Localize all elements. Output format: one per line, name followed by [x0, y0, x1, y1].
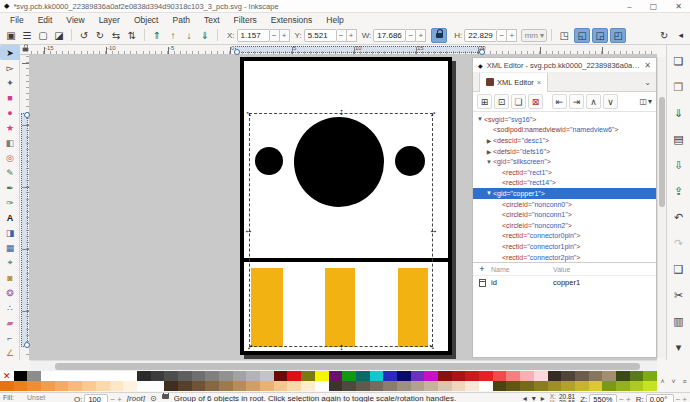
palette-swatch[interactable]	[82, 381, 96, 391]
x-decrement[interactable]: −	[270, 29, 280, 42]
redo-button[interactable]: ↷	[669, 230, 689, 256]
flip-vertical-button[interactable]: ⇅	[124, 28, 140, 43]
palette-swatch[interactable]	[164, 371, 178, 381]
palette-swatch[interactable]	[41, 371, 55, 381]
lock-ratio-button[interactable]	[431, 28, 447, 43]
xml-tree-node-rect14[interactable]: <rect id="rect14">	[473, 178, 656, 189]
xml-tree-node-copper1[interactable]: ▼<g id="copper1">	[473, 188, 656, 199]
new-document-button[interactable]: ❏	[669, 48, 689, 74]
print-button[interactable]: ▤	[669, 126, 689, 152]
palette-swatch[interactable]	[123, 381, 137, 391]
palette-swatch[interactable]	[602, 381, 616, 391]
opacity-increment[interactable]: +	[117, 395, 122, 402]
close-button[interactable]: ✕	[675, 2, 682, 11]
export-button[interactable]: ⇪	[669, 178, 689, 204]
xml-tree-node-connector0pin[interactable]: <rect id="connector0pin">	[473, 231, 656, 242]
refresh-icon[interactable]: ↻	[660, 30, 668, 41]
undo-button[interactable]: ↶	[669, 204, 689, 230]
xml-tree-node-connector1pin[interactable]: <rect id="connector1pin">	[473, 241, 656, 252]
duplicate-node-button[interactable]: ❏	[511, 94, 526, 109]
palette-swatch[interactable]	[205, 381, 219, 391]
palette-swatch[interactable]	[274, 381, 288, 391]
palette-swatch[interactable]	[383, 371, 397, 381]
palette-swatch[interactable]	[575, 381, 589, 391]
menu-item-extensions[interactable]: Extensions	[264, 15, 320, 25]
expander-closed-icon[interactable]: ▶	[485, 148, 493, 155]
star-tool[interactable]: ★	[0, 120, 20, 135]
select-all-button[interactable]: ▣	[3, 28, 19, 43]
rotate-cw-button[interactable]: ↻	[92, 28, 108, 43]
xml-tree-node-nonconn0[interactable]: <circle id="nonconn0">	[473, 199, 656, 210]
attribute-row[interactable]: id copper1	[473, 276, 656, 289]
menu-item-path[interactable]: Path	[165, 15, 197, 25]
palette-swatch[interactable]	[630, 381, 644, 391]
palette-swatch[interactable]	[123, 371, 137, 381]
delete-attribute-icon[interactable]	[479, 279, 486, 287]
expander-open-icon[interactable]: ▼	[485, 190, 493, 196]
w-increment[interactable]: +	[416, 29, 426, 42]
canvas-vertical-scrollbar[interactable]	[657, 57, 666, 358]
xml-tree-node-rect1[interactable]: <rect id="rect1">	[473, 167, 656, 178]
palette-swatch[interactable]	[479, 371, 493, 381]
raise-to-top-button[interactable]: ⇑	[149, 28, 165, 43]
palette-swatch[interactable]	[287, 381, 301, 391]
move-node-up-button[interactable]: ∧	[586, 94, 601, 109]
xml-tree-node-nonconn1[interactable]: <circle id="nonconn1">	[473, 209, 656, 220]
y-decrement[interactable]: −	[337, 29, 347, 42]
connector-tool[interactable]: ⌐	[0, 330, 20, 345]
palette-swatch[interactable]	[397, 371, 411, 381]
xml-tree-node-defs16[interactable]: ▶<defs id="defs16">	[473, 146, 656, 157]
palette-swatch[interactable]	[506, 381, 520, 391]
palette-swatch[interactable]	[370, 371, 384, 381]
palette-swatch[interactable]	[643, 381, 657, 391]
palette-swatch[interactable]	[602, 371, 616, 381]
scrollbar-thumb[interactable]	[659, 97, 665, 207]
layer-indicator[interactable]: [root]	[127, 394, 145, 402]
palette-swatch[interactable]	[233, 381, 247, 391]
palette-swatch[interactable]	[575, 371, 589, 381]
mesh-tool[interactable]: ▦	[0, 240, 20, 255]
status-prev-icon[interactable]: ◂	[523, 394, 527, 402]
selection-handle-middle-left[interactable]: ↔	[244, 226, 253, 235]
tweak-tool[interactable]: ❂	[0, 285, 20, 300]
palette-swatch[interactable]	[452, 381, 466, 391]
palette-swatch[interactable]	[356, 381, 370, 391]
palette-swatch[interactable]	[493, 381, 507, 391]
palette-swatch[interactable]	[411, 381, 425, 391]
w-input[interactable]: 17.686	[373, 29, 406, 42]
palette-swatch[interactable]	[548, 381, 562, 391]
eraser-tool[interactable]: ▰	[0, 315, 20, 330]
palette-scroll-down[interactable]: ˅	[671, 378, 675, 385]
palette-swatch[interactable]	[534, 381, 548, 391]
palette-swatch[interactable]	[534, 371, 548, 381]
zoom-increment[interactable]: +	[626, 395, 631, 402]
palette-swatch[interactable]	[315, 381, 329, 391]
opacity-decrement[interactable]: −	[110, 395, 115, 402]
palette-swatch[interactable]	[219, 371, 233, 381]
palette-swatch[interactable]	[55, 381, 69, 391]
menu-item-filters[interactable]: Filters	[227, 15, 264, 25]
rotation-increment[interactable]: +	[682, 395, 687, 402]
palette-swatch[interactable]	[493, 371, 507, 381]
copy-button[interactable]: ❑	[669, 256, 689, 282]
menu-item-object[interactable]: Object	[127, 15, 166, 25]
rotation-input[interactable]: 0.00°	[646, 394, 674, 402]
palette-swatch[interactable]	[260, 381, 274, 391]
palette-swatch[interactable]	[301, 381, 315, 391]
xml-tree-node-connector2pin[interactable]: <rect id="connector2pin">	[473, 252, 656, 262]
collapse-toolbar-icon[interactable]: ◂	[678, 30, 683, 40]
palette-swatch[interactable]	[96, 381, 110, 391]
tab-xml-editor[interactable]: XML Editor ×	[479, 73, 548, 92]
horizontal-ruler[interactable]: -15-10-505101520	[30, 45, 657, 55]
select-all-layers-button[interactable]: ☰	[19, 28, 35, 43]
palette-swatch[interactable]	[370, 381, 384, 391]
text-tool[interactable]: A	[0, 210, 20, 225]
add-attribute-button[interactable]: +	[473, 264, 491, 274]
zoom-input[interactable]: 550%	[589, 394, 617, 402]
palette-swatch[interactable]	[397, 381, 411, 391]
palette-swatch[interactable]	[192, 371, 206, 381]
palette-swatch[interactable]	[616, 371, 630, 381]
palette-swatch[interactable]	[192, 381, 206, 391]
palette-swatch[interactable]	[452, 371, 466, 381]
flip-horizontal-button[interactable]: ⇆	[108, 28, 124, 43]
